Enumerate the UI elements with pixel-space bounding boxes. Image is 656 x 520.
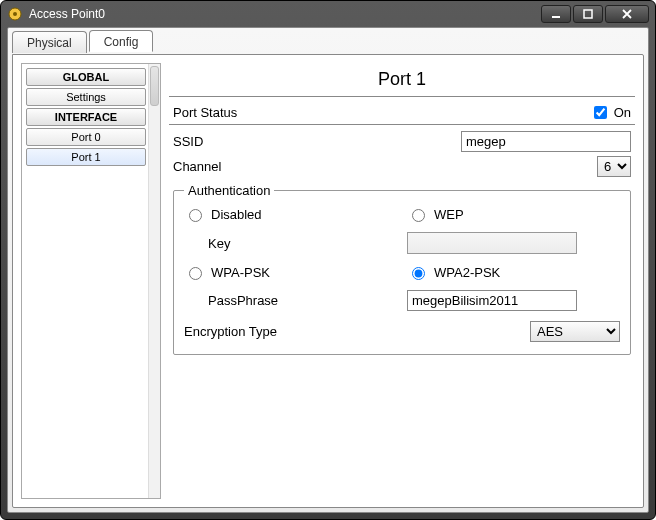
tab-bar: Physical Config <box>8 28 648 52</box>
port-status-checkbox[interactable] <box>594 106 607 119</box>
app-icon <box>7 6 23 22</box>
sidebar-item-port0[interactable]: Port 0 <box>26 128 146 146</box>
window-title: Access Point0 <box>29 7 105 21</box>
key-label: Key <box>184 236 397 251</box>
radio-wep-input[interactable] <box>412 209 425 222</box>
sidebar-header-global: GLOBAL <box>26 68 146 86</box>
sidebar-item-settings[interactable]: Settings <box>26 88 146 106</box>
ssid-label: SSID <box>173 134 373 149</box>
main-panel: Port 1 Port Status On SSID <box>169 63 635 499</box>
sidebar-header-interface: INTERFACE <box>26 108 146 126</box>
radio-disabled-input[interactable] <box>189 209 202 222</box>
sidebar-scrollbar-thumb[interactable] <box>150 66 159 106</box>
auth-legend: Authentication <box>184 183 274 198</box>
channel-label: Channel <box>173 159 373 174</box>
encryption-label: Encryption Type <box>184 324 397 339</box>
tab-physical[interactable]: Physical <box>12 31 87 53</box>
svg-rect-3 <box>584 10 592 18</box>
radio-wpa-psk-input[interactable] <box>189 267 202 280</box>
tab-body: GLOBAL Settings INTERFACE Port 0 Port 1 … <box>12 54 644 508</box>
svg-point-1 <box>13 12 17 16</box>
auth-fieldset: Authentication Disabled WEP Key <box>173 183 631 355</box>
content-area: Physical Config GLOBAL Settings INTERFAC… <box>7 27 649 513</box>
encryption-select[interactable]: AES <box>530 321 620 342</box>
svg-rect-2 <box>552 16 560 18</box>
radio-wpa2-psk[interactable]: WPA2-PSK <box>407 264 620 280</box>
close-button[interactable] <box>605 5 649 23</box>
row-channel: Channel 6 <box>169 154 635 179</box>
maximize-button[interactable] <box>573 5 603 23</box>
port-status-label: Port Status <box>173 105 373 120</box>
row-ssid: SSID <box>169 129 635 154</box>
passphrase-label: PassPhrase <box>184 293 397 308</box>
radio-disabled[interactable]: Disabled <box>184 206 397 222</box>
row-port-status: Port Status On <box>169 101 635 124</box>
sidebar-item-port1[interactable]: Port 1 <box>26 148 146 166</box>
minimize-button[interactable] <box>541 5 571 23</box>
tab-config[interactable]: Config <box>89 30 154 52</box>
radio-wpa2-psk-input[interactable] <box>412 267 425 280</box>
channel-select[interactable]: 6 <box>597 156 631 177</box>
on-label: On <box>614 105 631 120</box>
key-input <box>407 232 577 254</box>
sidebar-scrollbar[interactable] <box>148 64 160 498</box>
page-title: Port 1 <box>169 63 635 96</box>
ssid-input[interactable] <box>461 131 631 152</box>
passphrase-input[interactable] <box>407 290 577 311</box>
titlebar[interactable]: Access Point0 <box>1 1 655 27</box>
radio-wpa-psk[interactable]: WPA-PSK <box>184 264 397 280</box>
radio-wep[interactable]: WEP <box>407 206 620 222</box>
sidebar: GLOBAL Settings INTERFACE Port 0 Port 1 <box>21 63 161 499</box>
app-window: Access Point0 Physical Config GLOBAL Set… <box>0 0 656 520</box>
